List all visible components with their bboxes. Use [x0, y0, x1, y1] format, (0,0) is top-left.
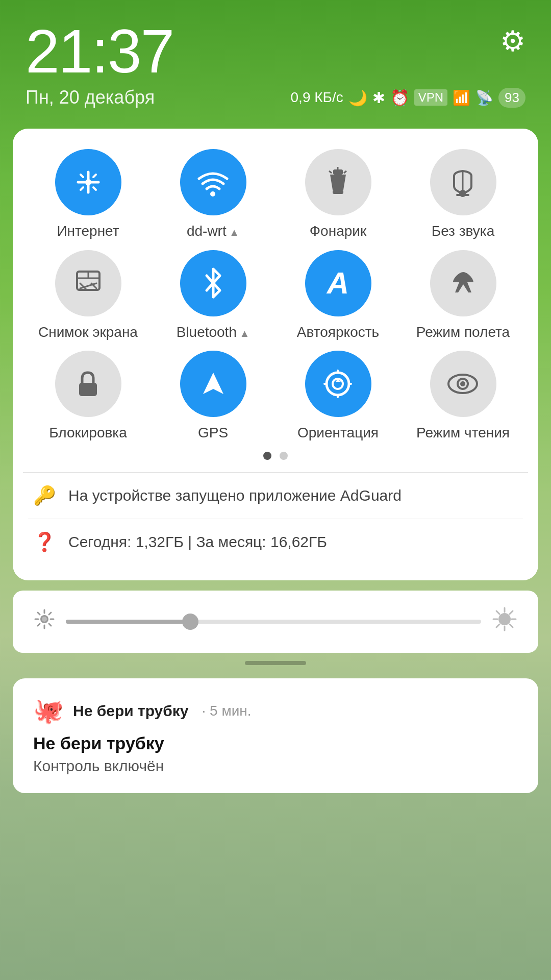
qs-item-bluetooth[interactable]: Bluetooth: [153, 250, 273, 341]
svg-line-36: [496, 611, 499, 614]
status-bar: 21:37 Пн, 20 декабря 0,9 КБ/с 🌙 ✱ ⏰ VPN …: [0, 0, 551, 113]
bluetooth-label: Bluetooth: [177, 324, 250, 341]
notification-header: 🐙 Не бери трубку · 5 мин.: [33, 697, 518, 725]
pagination-dots: [28, 452, 523, 460]
orientation-label: Ориентация: [297, 424, 379, 442]
qs-item-silent[interactable]: Без звука: [403, 149, 523, 240]
alarm-icon: ⏰: [390, 89, 409, 107]
airplane-label: Режим полета: [416, 324, 510, 341]
svg-point-20: [460, 381, 465, 386]
quick-settings-panel: Интернет dd-wrt: [13, 129, 538, 580]
screenshot-icon: [55, 250, 121, 316]
svg-line-39: [496, 624, 499, 627]
notification-title: Не бери трубку: [33, 733, 518, 753]
settings-icon[interactable]: ⚙: [500, 24, 525, 58]
battery-icon: 93: [498, 88, 525, 108]
silent-label: Без звука: [432, 223, 494, 240]
qs-item-lock[interactable]: Блокировка: [28, 351, 148, 442]
orientation-icon: [305, 351, 371, 417]
signal-icon: 📶: [453, 89, 470, 106]
qs-item-orientation[interactable]: Ориентация: [278, 351, 398, 442]
data-usage-text: Сегодня: 1,32ГБ | За месяц: 16,62ГБ: [68, 533, 327, 551]
svg-line-5: [329, 171, 332, 173]
qs-item-internet[interactable]: Интернет: [28, 149, 148, 240]
date: Пн, 20 декабря: [26, 87, 155, 108]
qs-item-reading[interactable]: Режим чтения: [403, 351, 523, 442]
lock-icon: [55, 351, 121, 417]
app-icon: 🐙: [33, 697, 64, 725]
notification-body: Контроль включён: [33, 757, 518, 775]
wifi-icon: [180, 149, 246, 215]
app-name: Не бери трубку: [73, 702, 189, 720]
moon-icon: 🌙: [348, 89, 367, 107]
flashlight-icon: [305, 149, 371, 215]
wifi-status-icon: 📡: [475, 89, 493, 106]
qs-item-auto-brightness[interactable]: A Автояркость: [278, 250, 398, 341]
question-icon: ❓: [33, 531, 56, 553]
network-speed: 0,9 КБ/с: [291, 89, 343, 106]
dot-2: [280, 452, 288, 460]
flashlight-label: Фонарик: [310, 223, 366, 240]
brightness-slider[interactable]: [66, 620, 481, 624]
svg-point-22: [42, 617, 47, 622]
qs-item-flashlight[interactable]: Фонарик: [278, 149, 398, 240]
adguard-text: На устройстве запущено приложение AdGuar…: [68, 487, 402, 504]
brightness-high-icon: [491, 606, 518, 638]
handle-bar: [245, 661, 306, 665]
airplane-icon: [430, 250, 496, 316]
svg-rect-2: [333, 169, 343, 175]
brightness-panel: [13, 591, 538, 653]
svg-line-27: [38, 612, 40, 615]
data-usage-notification[interactable]: ❓ Сегодня: 1,32ГБ | За месяц: 16,62ГБ: [28, 519, 523, 565]
screenshot-label: Снимок экрана: [38, 324, 138, 341]
dot-1: [263, 452, 271, 460]
gps-icon: [180, 351, 246, 417]
svg-line-29: [49, 612, 51, 615]
svg-point-31: [498, 613, 511, 625]
brightness-low-icon: [33, 608, 56, 635]
vpn-badge: VPN: [414, 89, 447, 106]
brightness-fill: [66, 620, 190, 624]
notification-time: · 5 мин.: [202, 703, 252, 719]
svg-line-30: [38, 624, 40, 626]
reading-icon: [430, 351, 496, 417]
notification-card[interactable]: 🐙 Не бери трубку · 5 мин. Не бери трубку…: [13, 678, 538, 793]
qs-item-screenshot[interactable]: Снимок экрана: [28, 250, 148, 341]
internet-label: Интернет: [57, 223, 119, 240]
svg-line-6: [344, 171, 346, 173]
svg-line-37: [510, 624, 513, 627]
qs-item-gps[interactable]: GPS: [153, 351, 273, 442]
gps-label: GPS: [198, 424, 228, 442]
status-icons: 0,9 КБ/с 🌙 ✱ ⏰ VPN 📶 📡 93: [291, 88, 525, 108]
qs-item-wifi[interactable]: dd-wrt: [153, 149, 273, 240]
lock-label: Блокировка: [49, 424, 127, 442]
quick-settings-grid: Интернет dd-wrt: [28, 149, 523, 442]
brightness-thumb[interactable]: [182, 614, 198, 630]
reading-label: Режим чтения: [416, 424, 510, 442]
auto-brightness-label: Автояркость: [297, 324, 379, 341]
auto-brightness-icon: A: [305, 250, 371, 316]
silent-icon: [430, 149, 496, 215]
svg-rect-15: [79, 383, 97, 396]
bluetooth-icon: [180, 250, 246, 316]
svg-line-28: [49, 624, 51, 626]
drag-handle[interactable]: [0, 653, 551, 673]
svg-point-16: [327, 373, 349, 395]
adguard-notification[interactable]: 🔑 На устройстве запущено приложение AdGu…: [28, 473, 523, 519]
svg-rect-3: [333, 190, 343, 194]
internet-icon: [55, 149, 121, 215]
svg-point-1: [210, 191, 215, 197]
wifi-label: dd-wrt: [187, 223, 239, 240]
svg-line-38: [510, 611, 513, 614]
key-icon: 🔑: [33, 485, 56, 506]
clock: 21:37: [26, 20, 525, 82]
svg-point-0: [85, 179, 91, 185]
bluetooth-status-icon: ✱: [372, 89, 385, 107]
qs-item-airplane[interactable]: Режим полета: [403, 250, 523, 341]
